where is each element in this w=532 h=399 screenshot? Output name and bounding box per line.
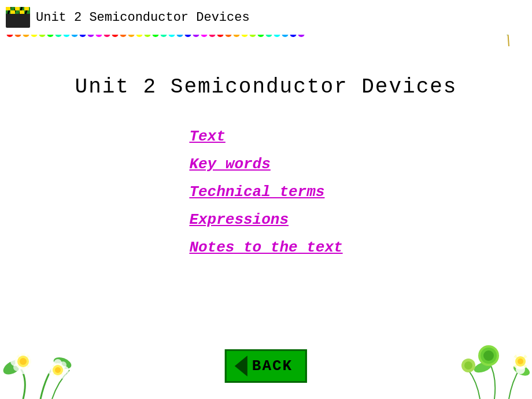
svg-point-53 bbox=[518, 359, 523, 364]
back-label: BACK bbox=[252, 357, 293, 375]
svg-rect-7 bbox=[6, 7, 10, 10]
back-button-wrap: BACK bbox=[225, 349, 307, 383]
expressions-link[interactable]: Expressions bbox=[189, 211, 289, 228]
page-title: Unit 2 Semiconductor Devices bbox=[75, 75, 457, 99]
technical-terms-link[interactable]: Technical terms bbox=[189, 183, 324, 201]
flowers-right-decoration bbox=[457, 318, 532, 399]
svg-rect-8 bbox=[15, 7, 20, 10]
svg-point-46 bbox=[483, 350, 494, 361]
text-link[interactable]: Text bbox=[189, 128, 225, 145]
svg-rect-10 bbox=[10, 10, 15, 14]
clapperboard-icon bbox=[6, 7, 30, 28]
svg-point-55 bbox=[464, 361, 472, 370]
keywords-link[interactable]: Key words bbox=[189, 156, 270, 173]
flowers-left-decoration bbox=[0, 324, 93, 399]
notes-link[interactable]: Notes to the text bbox=[189, 239, 342, 256]
svg-rect-11 bbox=[20, 10, 24, 14]
menu-list: Text Key words Technical terms Expressio… bbox=[189, 128, 342, 256]
svg-point-41 bbox=[55, 367, 61, 373]
svg-rect-0 bbox=[6, 12, 30, 28]
svg-rect-9 bbox=[24, 7, 29, 10]
back-button[interactable]: BACK bbox=[225, 349, 307, 383]
header-bar: Unit 2 Semiconductor Devices bbox=[0, 0, 532, 35]
back-arrow-icon bbox=[235, 356, 247, 376]
svg-point-30 bbox=[20, 358, 27, 365]
header-title: Unit 2 Semiconductor Devices bbox=[36, 10, 250, 25]
